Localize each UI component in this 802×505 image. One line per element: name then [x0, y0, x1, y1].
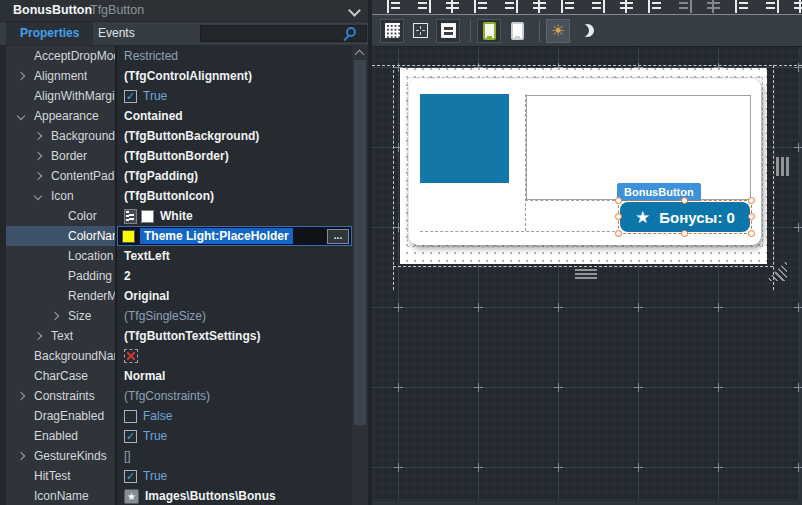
property-value-cell[interactable]: ✓True — [117, 86, 352, 106]
selection-handle[interactable] — [615, 230, 622, 237]
center-vertically-icon[interactable] — [648, 2, 663, 13]
property-row[interactable]: AcceptDropModeRestricted — [6, 46, 352, 66]
checkbox-checked[interactable]: ✓ — [124, 430, 137, 443]
expand-chevron-icon[interactable] — [52, 313, 68, 319]
tab-order-icon[interactable] — [764, 2, 779, 13]
center-horizontally-icon[interactable] — [619, 2, 634, 13]
property-value-cell[interactable]: 2 — [117, 266, 352, 286]
property-row[interactable]: GestureKinds[] — [6, 446, 352, 466]
property-row[interactable]: ColorNameTheme Light:PlaceHolder... — [6, 226, 352, 246]
property-value-cell[interactable] — [117, 346, 352, 366]
object-inspector-header[interactable]: BonusButton TfgButton — [0, 0, 372, 22]
property-value-cell[interactable]: (TfgPadding) — [117, 166, 352, 186]
property-row[interactable]: ColorWhite — [6, 206, 352, 226]
property-row[interactable]: Alignment(TfgControlAlignment) — [6, 66, 352, 86]
selection-handle[interactable] — [748, 213, 755, 220]
property-value-cell[interactable]: False — [117, 406, 352, 426]
align-vertical-centers-icon[interactable] — [532, 2, 547, 13]
align-horizontal-centers-icon[interactable] — [445, 2, 460, 13]
property-name-cell[interactable]: Enabled — [6, 426, 117, 446]
property-value-cell[interactable]: [] — [117, 446, 352, 466]
align-right-edges-icon[interactable] — [416, 2, 431, 13]
property-value-cell[interactable]: ✓True — [117, 466, 352, 486]
property-name-cell[interactable]: Alignment — [6, 66, 117, 86]
property-row[interactable]: DragEnabledFalse — [6, 406, 352, 426]
expand-chevron-icon[interactable] — [35, 133, 51, 139]
align-tops-icon[interactable] — [474, 2, 489, 13]
property-row[interactable]: Enabled✓True — [6, 426, 352, 446]
align-bottoms-icon[interactable] — [503, 2, 518, 13]
scale-icon[interactable] — [793, 2, 802, 13]
property-value-cell[interactable]: (TfgButtonBorder) — [117, 146, 352, 166]
property-name-cell[interactable]: HitTest — [6, 466, 117, 486]
light-theme-button[interactable]: ☀ — [546, 19, 570, 43]
color-swatch[interactable] — [141, 210, 154, 223]
expand-chevron-icon[interactable] — [18, 453, 34, 459]
tab-events[interactable]: Events — [84, 22, 149, 45]
property-value-cell[interactable]: (TfgConstraints) — [117, 386, 352, 406]
show-margins-button[interactable] — [408, 19, 432, 43]
device-portrait-plain-button[interactable] — [505, 19, 529, 43]
make-same-width-icon[interactable] — [677, 2, 692, 13]
selection-handle[interactable] — [681, 230, 688, 237]
property-row[interactable]: HitTest✓True — [6, 466, 352, 486]
property-row[interactable]: Constraints(TfgConstraints) — [6, 386, 352, 406]
property-name-cell[interactable]: DragEnabled — [6, 406, 117, 426]
scroll-up-icon[interactable] — [355, 50, 365, 60]
checkbox-unchecked[interactable] — [124, 410, 137, 423]
space-equally-horizontal-icon[interactable] — [561, 2, 576, 13]
property-row[interactable]: BackgroundName — [6, 346, 352, 366]
property-value-cell[interactable]: Original — [117, 286, 352, 306]
search-icon[interactable] — [346, 27, 356, 37]
property-value-cell[interactable]: (TfgButtonBackground) — [117, 126, 352, 146]
selection-handle[interactable] — [615, 213, 622, 220]
search-input[interactable] — [200, 25, 367, 42]
expand-chevron-icon[interactable] — [35, 173, 51, 179]
designer-canvas[interactable]: BonusButton ★ Бонусы: 0 — [372, 47, 802, 505]
property-name-cell[interactable]: ContentPadding — [6, 166, 117, 186]
property-row[interactable]: Icon(TfgButtonIcon) — [6, 186, 352, 206]
property-name-cell[interactable]: Color — [6, 206, 117, 226]
property-name-cell[interactable]: AlignWithMargins — [6, 86, 117, 106]
property-value-cell[interactable]: Contained — [117, 106, 352, 126]
property-row[interactable]: IconName★Images\Buttons\Bonus — [6, 486, 352, 505]
property-row[interactable]: Padding2 — [6, 266, 352, 286]
property-name-cell[interactable]: Background — [6, 126, 117, 146]
space-equally-vertical-icon[interactable] — [590, 2, 605, 13]
property-value-cell[interactable]: Theme Light:PlaceHolder... — [117, 226, 352, 246]
make-same-height-icon[interactable] — [706, 2, 721, 13]
expand-chevron-icon[interactable] — [35, 333, 51, 339]
property-name-cell[interactable]: GestureKinds — [6, 446, 117, 466]
property-name-cell[interactable]: Location — [6, 246, 117, 266]
selection-handle[interactable] — [615, 197, 622, 204]
property-row[interactable]: Background(TfgButtonBackground) — [6, 126, 352, 146]
property-row[interactable]: CharCaseNormal — [6, 366, 352, 386]
property-name-cell[interactable]: Size — [6, 306, 117, 326]
checkbox-checked[interactable]: ✓ — [124, 470, 137, 483]
property-value-cell[interactable]: (TfgControlAlignment) — [117, 66, 352, 86]
device-portrait-android-button[interactable] — [477, 19, 501, 43]
property-name-cell[interactable]: ColorName — [6, 226, 117, 246]
property-name-cell[interactable]: Padding — [6, 266, 117, 286]
property-name-cell[interactable]: Text — [6, 326, 117, 346]
object-selector-dropdown-icon[interactable] — [348, 4, 361, 17]
form-resize-corner[interactable] — [766, 260, 787, 281]
expand-chevron-icon[interactable] — [35, 193, 51, 199]
expand-chevron-icon[interactable] — [18, 393, 34, 399]
selection-handle[interactable] — [748, 230, 755, 237]
star-thumbnail-icon[interactable]: ★ — [124, 489, 139, 504]
expand-chevron-icon[interactable] — [18, 113, 34, 119]
property-value-cell[interactable]: (TfgSingleSize) — [117, 306, 352, 326]
property-value-cell[interactable]: ★Images\Buttons\Bonus — [117, 486, 352, 505]
property-row[interactable]: AppearanceContained — [6, 106, 352, 126]
property-name-cell[interactable]: Constraints — [6, 386, 117, 406]
property-value-cell[interactable]: TextLeft — [117, 246, 352, 266]
property-row[interactable]: ContentPadding(TfgPadding) — [6, 166, 352, 186]
inspector-scrollbar[interactable] — [352, 45, 368, 505]
property-name-cell[interactable]: AcceptDropMode — [6, 46, 117, 66]
tab-properties[interactable]: Properties — [6, 22, 93, 45]
property-row[interactable]: LocationTextLeft — [6, 246, 352, 266]
property-row[interactable]: Text(TfgButtonTextSettings) — [6, 326, 352, 346]
selection-handle[interactable] — [681, 197, 688, 204]
property-row[interactable]: Size(TfgSingleSize) — [6, 306, 352, 326]
